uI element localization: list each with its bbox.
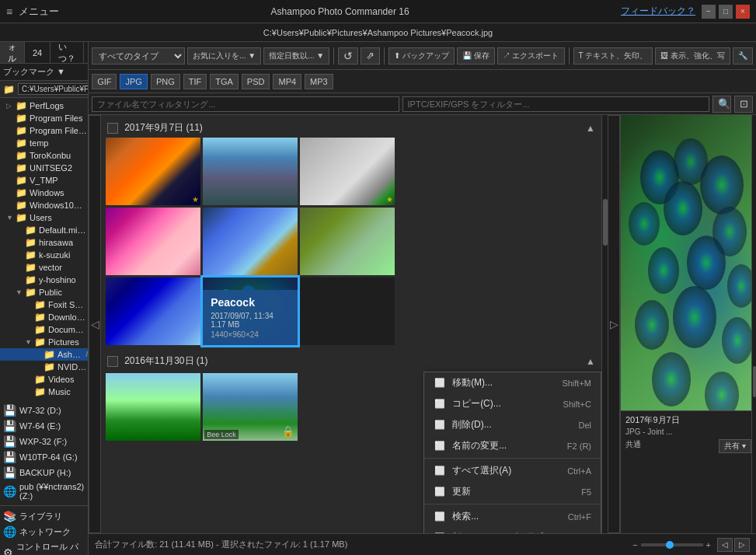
tree-item-ksuzuki[interactable]: 📁 k-suzuki: [0, 249, 88, 261]
path-input[interactable]: [18, 83, 89, 95]
cm-search[interactable]: ⬜ 検索... Ctrl+F: [424, 506, 601, 527]
library-item[interactable]: 📚ライブラリ: [0, 508, 88, 524]
enhance-button[interactable]: 🖼 表示、強化、写: [655, 47, 730, 65]
search-icon-btn[interactable]: 🔍: [712, 96, 731, 113]
tree-item-default[interactable]: 📁 Default.migrated: [0, 224, 88, 236]
tools-button[interactable]: 🔧: [733, 47, 753, 65]
tree-item-unitseg2[interactable]: 📁 UNITSEG2: [0, 162, 88, 174]
grid-scrollbar-thumb[interactable]: [603, 199, 608, 246]
tree-item-music[interactable]: 📁 Music: [0, 386, 88, 398]
tree-item-public[interactable]: ▼ 📁 Public: [0, 286, 88, 298]
cm-new-folder[interactable]: ⬜ 新しいフォルダー作成...: [424, 527, 601, 533]
text-button[interactable]: T テキスト、矢印、: [573, 47, 653, 65]
date-group-checkbox-1[interactable]: [107, 123, 118, 134]
photo-3[interactable]: ★: [300, 138, 395, 205]
tree-item-pictures[interactable]: ▼ 📁 Pictures: [0, 336, 88, 348]
tree-item-perflog[interactable]: ▷ 📁 PerfLogs: [0, 99, 88, 112]
zoom-out-icon[interactable]: −: [632, 540, 637, 550]
iptc-search[interactable]: [402, 96, 709, 112]
tree-item-documents[interactable]: 📁 Documents: [0, 323, 88, 336]
right-share-btn[interactable]: 共有 ▾: [719, 439, 751, 453]
prev-page-btn[interactable]: ◁: [717, 538, 733, 552]
photo-6[interactable]: [300, 208, 395, 275]
drive-nctrans2[interactable]: 🌐pub (¥¥nctrans2) (Z:): [0, 480, 88, 502]
date-expand-2[interactable]: ▲: [586, 356, 595, 367]
photo-4[interactable]: [106, 208, 200, 275]
minimize-button[interactable]: −: [702, 5, 716, 19]
tree-item-programfilesx86[interactable]: 📁 Program Files (x86): [0, 124, 88, 137]
photo-1[interactable]: ★: [106, 138, 200, 205]
cm-select-all[interactable]: ⬜ すべて選択(A) Ctrl+A: [424, 460, 601, 481]
drive-backup[interactable]: 💾BACKUP (H:): [0, 465, 88, 480]
tree-item-downloads[interactable]: 📁 Downloads: [0, 311, 88, 323]
filter-icon-btn[interactable]: ⊡: [734, 96, 753, 113]
drive-w764[interactable]: 💾W7-64 (E:): [0, 418, 88, 434]
jpg-tag[interactable]: JPG: [120, 74, 147, 89]
cm-move[interactable]: ⬜ 移動(M)... Shift+M: [424, 372, 601, 393]
photo-peacock[interactable]: Peacock 2017/09/07, 11:34 1.17 MB 1440×9…: [203, 278, 298, 345]
right-filetype: JPG - Joint ...: [625, 428, 751, 436]
tree-item-torokonbu[interactable]: 📁 ToroKonbu: [0, 149, 88, 162]
tif-tag[interactable]: TIF: [183, 74, 207, 89]
next-page-btn[interactable]: ▷: [734, 538, 750, 552]
tree-item-hirasawa[interactable]: 📁 hirasawa: [0, 236, 88, 249]
tree-item-users[interactable]: ▼ 📁 Users: [0, 211, 88, 224]
close-button[interactable]: ×: [736, 5, 750, 19]
network-item[interactable]: 🌐ネットワーク: [0, 524, 88, 539]
photo-lock[interactable]: 🔒 Bee Lock: [203, 373, 298, 441]
tree-item-vector[interactable]: 📁 vector: [0, 261, 88, 274]
export-button[interactable]: ↗ エクスポート: [497, 47, 565, 65]
date-group-checkbox-2[interactable]: [107, 356, 118, 367]
tab-when[interactable]: いつ？: [51, 42, 84, 63]
filename-search[interactable]: [92, 96, 399, 112]
mp4-tag[interactable]: MP4: [273, 74, 301, 89]
tab-count[interactable]: 24: [25, 42, 51, 63]
zoom-slider[interactable]: [641, 543, 703, 546]
tree-item-videos[interactable]: 📁 Videos: [0, 373, 88, 386]
photo-landscape[interactable]: [106, 373, 200, 441]
backup-button[interactable]: ⬆ バックアップ: [388, 47, 455, 65]
tree-item-vtmp[interactable]: 📁 V_TMP: [0, 174, 88, 187]
tree-item-ashampoo[interactable]: 📁 Ashampoo Pi /: [0, 348, 88, 361]
feedback-link[interactable]: フィードバック？: [621, 5, 695, 18]
tree-item-nvidia[interactable]: 📁 NVIDIA Corpo: [0, 361, 88, 373]
zoom-thumb[interactable]: [666, 541, 674, 549]
photo-7[interactable]: [106, 278, 200, 345]
photo-2[interactable]: [203, 138, 298, 205]
save-button[interactable]: 💾 保存: [457, 47, 495, 65]
drive-w10tp64[interactable]: 💾W10TP-64 (G:): [0, 449, 88, 465]
type-select[interactable]: すべてのタイプ: [92, 47, 185, 65]
control-panel-item[interactable]: ⚙コントロール パネル: [0, 539, 88, 555]
tga-tag[interactable]: TGA: [210, 74, 239, 89]
mp3-tag[interactable]: MP3: [305, 74, 333, 89]
tree-item-windows10[interactable]: 📁 Windows10Upgrade: [0, 199, 88, 211]
cm-rename[interactable]: ⬜ 名前の変更... F2 (R): [424, 435, 601, 456]
tree-item-temp[interactable]: 📁 temp: [0, 137, 88, 149]
grid-scrollbar[interactable]: [601, 115, 608, 533]
tree-item-yhoshino[interactable]: 📁 y-hoshino: [0, 274, 88, 286]
zoom-in-icon[interactable]: +: [706, 540, 711, 550]
date-button[interactable]: 指定日数以... ▼: [263, 47, 329, 65]
cm-refresh[interactable]: ⬜ 更新 F5: [424, 481, 601, 502]
nav-left-arrow[interactable]: ◁: [89, 115, 101, 533]
tree-item-programfiles[interactable]: 📁 Program Files: [0, 112, 88, 124]
hamburger-icon[interactable]: ≡: [6, 5, 12, 18]
bookmarks-label[interactable]: ブックマーク ▼: [3, 66, 65, 78]
nav-right-arrow[interactable]: ▷: [608, 115, 620, 533]
tree-item-windows[interactable]: 📁 Windows: [0, 187, 88, 199]
gif-tag[interactable]: GIF: [92, 74, 117, 89]
maximize-button[interactable]: □: [719, 5, 733, 19]
psd-tag[interactable]: PSD: [242, 74, 270, 89]
drive-wxp32[interactable]: 💾WXP-32 (F:): [0, 434, 88, 449]
photo-5[interactable]: [203, 208, 298, 275]
tree-item-foxit[interactable]: 📁 Foxit Software: [0, 298, 88, 311]
share-button[interactable]: ⇗: [361, 47, 380, 65]
refresh-button[interactable]: ↺: [338, 47, 358, 65]
favorites-button[interactable]: お気に入りを... ▼: [187, 47, 261, 65]
png-tag[interactable]: PNG: [151, 74, 180, 89]
cm-delete[interactable]: ⬜ 削除(D)... Del: [424, 414, 601, 435]
drive-w732[interactable]: 💾W7-32 (D:): [0, 403, 88, 418]
tab-folder[interactable]: フォルダ: [0, 42, 25, 63]
cm-copy[interactable]: ⬜ コピー(C)... Shift+C: [424, 393, 601, 414]
date-expand-1[interactable]: ▲: [586, 123, 595, 134]
